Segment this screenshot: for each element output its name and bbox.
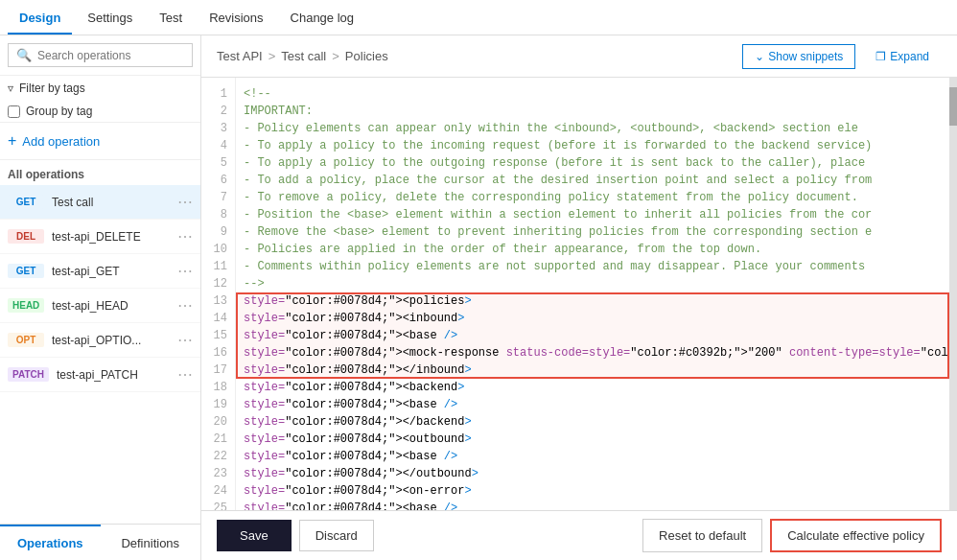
filter-icon: ▿ bbox=[8, 82, 13, 95]
expand-label: Expand bbox=[890, 50, 929, 63]
sidebar-search-area: 🔍 bbox=[0, 35, 200, 76]
line-number-10: 10 bbox=[201, 241, 235, 258]
top-nav-tab-change-log[interactable]: Change log bbox=[279, 3, 366, 35]
content-header: Test API > Test call > Policies ⌄ Show s… bbox=[201, 35, 957, 78]
method-badge: GET bbox=[8, 195, 44, 209]
op-item-test-api_patch[interactable]: PATCH test-api_PATCH ⋯ bbox=[0, 358, 200, 392]
operations-list: GET Test call ⋯ DEL test-api_DELETE ⋯ GE… bbox=[0, 185, 200, 524]
right-scrollbar[interactable] bbox=[949, 78, 957, 510]
code-line-17: style="color:#0078d4;"></inbound> bbox=[236, 362, 949, 379]
line-number-14: 14 bbox=[201, 310, 235, 327]
more-icon[interactable]: ⋯ bbox=[177, 227, 193, 245]
op-item-test-call[interactable]: GET Test call ⋯ bbox=[0, 185, 200, 220]
more-icon[interactable]: ⋯ bbox=[177, 262, 193, 280]
op-name: test-api_OPTIO... bbox=[52, 334, 177, 347]
line-number-20: 20 bbox=[201, 413, 235, 431]
search-icon: 🔍 bbox=[16, 48, 32, 62]
bottom-bar: Save Discard Reset to default Calculate … bbox=[201, 510, 957, 560]
code-line-12: --> bbox=[236, 275, 949, 292]
search-input[interactable] bbox=[37, 49, 184, 62]
tab-operations[interactable]: Operations bbox=[0, 525, 101, 560]
line-number-12: 12 bbox=[201, 275, 235, 292]
breadcrumb-test-api: Test API bbox=[217, 49, 263, 63]
header-actions: ⌄ Show snippets ❐ Expand bbox=[742, 44, 942, 69]
line-number-7: 7 bbox=[201, 189, 235, 206]
discard-button[interactable]: Discard bbox=[299, 520, 374, 551]
code-line-9: - Remove the <base> element to prevent i… bbox=[236, 223, 949, 241]
more-icon[interactable]: ⋯ bbox=[177, 365, 193, 384]
breadcrumb: Test API > Test call > Policies bbox=[217, 49, 388, 63]
show-snippets-button[interactable]: ⌄ Show snippets bbox=[742, 44, 855, 69]
op-item-test-api_optio...[interactable]: OPT test-api_OPTIO... ⋯ bbox=[0, 323, 200, 358]
save-button[interactable]: Save bbox=[217, 520, 292, 551]
code-editor[interactable]: 1234567891011121314151617181920212223242… bbox=[201, 78, 957, 510]
code-line-22: style="color:#0078d4;"><base /> bbox=[236, 448, 949, 465]
bottom-bar-right: Reset to default Calculate effective pol… bbox=[642, 519, 942, 552]
op-item-test-api_get[interactable]: GET test-api_GET ⋯ bbox=[0, 254, 200, 289]
op-name: test-api_DELETE bbox=[52, 230, 177, 244]
op-name: test-api_GET bbox=[52, 265, 177, 278]
line-number-19: 19 bbox=[201, 396, 235, 413]
code-line-18: style="color:#0078d4;"><backend> bbox=[236, 379, 949, 396]
tab-definitions[interactable]: Definitions bbox=[101, 525, 201, 560]
op-item-test-api_delete[interactable]: DEL test-api_DELETE ⋯ bbox=[0, 220, 200, 254]
op-item-test-api_head[interactable]: HEAD test-api_HEAD ⋯ bbox=[0, 289, 200, 323]
line-number-4: 4 bbox=[201, 137, 235, 154]
method-badge: GET bbox=[8, 264, 44, 278]
sidebar-bottom-tabs: Operations Definitions bbox=[0, 524, 200, 560]
line-number-8: 8 bbox=[201, 206, 235, 223]
plus-icon: + bbox=[8, 132, 16, 150]
op-name: test-api_PATCH bbox=[57, 368, 177, 382]
top-nav: DesignSettingsTestRevisionsChange log bbox=[0, 0, 957, 35]
code-line-23: style="color:#0078d4;"></outbound> bbox=[236, 465, 949, 482]
method-badge: OPT bbox=[8, 333, 44, 347]
show-snippets-label: Show snippets bbox=[768, 50, 843, 63]
line-number-23: 23 bbox=[201, 465, 235, 482]
breadcrumb-sep-2: > bbox=[332, 49, 339, 63]
code-line-5: - To apply a policy to the outgoing resp… bbox=[236, 154, 949, 172]
add-operation-button[interactable]: + Add operation bbox=[0, 122, 200, 160]
line-number-16: 16 bbox=[201, 344, 235, 362]
main-container: 🔍 ▿ Filter by tags Group by tag + Add op… bbox=[0, 35, 957, 560]
more-icon[interactable]: ⋯ bbox=[177, 296, 193, 315]
scrollbar-thumb[interactable] bbox=[949, 87, 957, 126]
line-number-24: 24 bbox=[201, 482, 235, 500]
code-line-3: - Policy elements can appear only within… bbox=[236, 120, 949, 137]
line-number-2: 2 bbox=[201, 103, 235, 120]
calculate-effective-policy-button[interactable]: Calculate effective policy bbox=[770, 519, 942, 552]
sidebar: 🔍 ▿ Filter by tags Group by tag + Add op… bbox=[0, 35, 201, 560]
line-number-21: 21 bbox=[201, 431, 235, 448]
all-operations-title: All operations bbox=[0, 160, 200, 185]
code-lines[interactable]: <!-- IMPORTANT: - Policy elements can ap… bbox=[236, 78, 949, 510]
code-line-16: style="color:#0078d4;"><mock-response st… bbox=[236, 344, 949, 362]
line-number-17: 17 bbox=[201, 362, 235, 379]
code-line-20: style="color:#0078d4;"></backend> bbox=[236, 413, 949, 431]
expand-button[interactable]: ❐ Expand bbox=[863, 44, 942, 69]
top-nav-tab-design[interactable]: Design bbox=[8, 3, 72, 35]
line-number-18: 18 bbox=[201, 379, 235, 396]
content-area: Test API > Test call > Policies ⌄ Show s… bbox=[201, 35, 957, 560]
filter-by-tags[interactable]: ▿ Filter by tags bbox=[0, 76, 200, 101]
top-nav-tab-revisions[interactable]: Revisions bbox=[198, 3, 274, 35]
line-number-1: 1 bbox=[201, 85, 235, 103]
line-number-3: 3 bbox=[201, 120, 235, 137]
filter-label: Filter by tags bbox=[19, 82, 85, 95]
reset-to-default-button[interactable]: Reset to default bbox=[642, 519, 762, 552]
code-line-2: IMPORTANT: bbox=[236, 103, 949, 120]
breadcrumb-test-call: Test call bbox=[281, 49, 326, 63]
add-op-label: Add operation bbox=[22, 134, 100, 149]
line-number-25: 25 bbox=[201, 500, 235, 510]
code-line-6: - To add a policy, place the cursor at t… bbox=[236, 172, 949, 189]
code-line-15: style="color:#0078d4;"><base /> bbox=[236, 327, 949, 344]
method-badge: HEAD bbox=[8, 298, 44, 313]
more-icon[interactable]: ⋯ bbox=[177, 331, 193, 349]
top-nav-tab-test[interactable]: Test bbox=[148, 3, 194, 35]
group-by-checkbox[interactable] bbox=[8, 105, 20, 118]
top-nav-tab-settings[interactable]: Settings bbox=[76, 3, 144, 35]
code-line-4: - To apply a policy to the incoming requ… bbox=[236, 137, 949, 154]
more-icon[interactable]: ⋯ bbox=[177, 193, 193, 211]
code-line-7: - To remove a policy, delete the corresp… bbox=[236, 189, 949, 206]
line-number-9: 9 bbox=[201, 223, 235, 241]
line-number-15: 15 bbox=[201, 327, 235, 344]
group-by-container: Group by tag bbox=[0, 101, 200, 122]
